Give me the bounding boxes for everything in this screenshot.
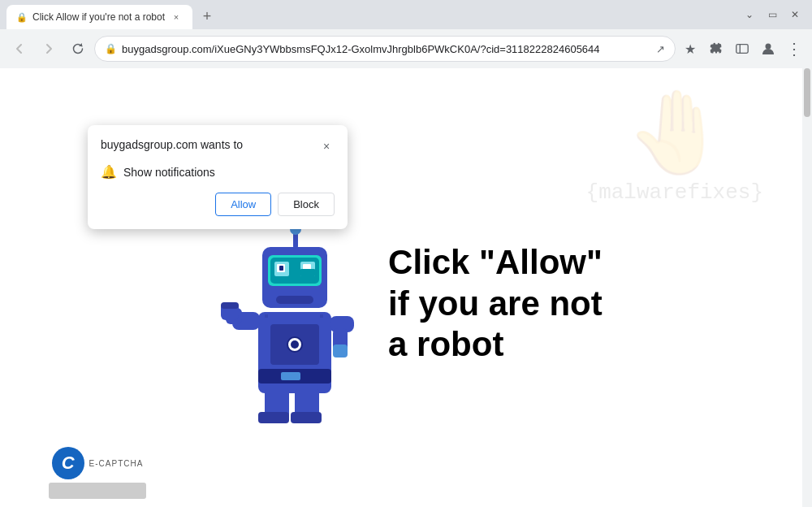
tab-favicon-icon: 🔒 bbox=[16, 12, 28, 23]
dialog-item: 🔔 Show notifications bbox=[101, 164, 335, 180]
reload-button[interactable] bbox=[65, 36, 91, 62]
ecaptcha-label: E-CAPTCHA bbox=[89, 459, 144, 468]
dialog-close-button[interactable]: × bbox=[318, 138, 335, 154]
svg-rect-11 bbox=[258, 412, 289, 423]
back-button[interactable] bbox=[6, 36, 32, 62]
browser-frame: 🔒 Click Allow if you're not a robot × + … bbox=[0, 0, 812, 507]
ecaptcha-widget: C E-CAPTCHA bbox=[49, 447, 146, 499]
svg-rect-6 bbox=[281, 372, 300, 380]
title-bar: 🔒 Click Allow if you're not a robot × + … bbox=[0, 0, 812, 29]
share-icon: ↗ bbox=[656, 43, 665, 55]
malwarefixes-text: {malwarefixes} bbox=[586, 180, 763, 205]
click-allow-line2: if you are not bbox=[388, 284, 603, 324]
hand-icon: ✋ bbox=[624, 84, 725, 180]
svg-rect-21 bbox=[300, 269, 315, 276]
bell-icon: 🔔 bbox=[101, 164, 117, 180]
svg-point-8 bbox=[291, 340, 299, 349]
sidebar-button[interactable] bbox=[731, 37, 754, 60]
click-allow-line3: a robot bbox=[388, 324, 603, 365]
svg-rect-33 bbox=[320, 314, 323, 318]
address-text: buygadsgroup.com/iXueGNy3YWbbsmsFQJx12-G… bbox=[122, 43, 651, 55]
maximize-button[interactable]: ▭ bbox=[762, 4, 783, 25]
permission-dialog: buygadsgroup.com wants to × 🔔 Show notif… bbox=[88, 125, 348, 229]
profile-button[interactable] bbox=[757, 37, 780, 60]
svg-point-2 bbox=[766, 44, 771, 50]
minimize-button[interactable]: ⌄ bbox=[739, 4, 760, 25]
ecaptcha-logo: C bbox=[52, 447, 84, 479]
tab-title: Click Allow if you're not a robot bbox=[32, 11, 165, 23]
svg-rect-18 bbox=[279, 266, 283, 271]
svg-rect-22 bbox=[276, 296, 313, 304]
click-allow-line1: Click "Allow" bbox=[388, 242, 603, 283]
extensions-button[interactable] bbox=[705, 37, 728, 60]
watermark: ✋ {malwarefixes} bbox=[586, 84, 763, 205]
navigation-bar: 🔒 buygadsgroup.com/iXueGNy3YWbbsmsFQJx12… bbox=[0, 29, 812, 68]
dialog-buttons: Allow Block bbox=[101, 193, 335, 216]
dialog-header: buygadsgroup.com wants to × bbox=[101, 138, 335, 154]
click-allow-text: Click "Allow" if you are not a robot bbox=[388, 242, 603, 365]
bookmark-button[interactable]: ★ bbox=[679, 37, 702, 60]
svg-rect-32 bbox=[265, 314, 268, 318]
close-window-button[interactable]: ✕ bbox=[784, 4, 806, 25]
dialog-item-text: Show notifications bbox=[123, 166, 215, 179]
scrollbar-thumb[interactable] bbox=[804, 68, 810, 117]
forward-button[interactable] bbox=[36, 36, 62, 62]
svg-rect-31 bbox=[333, 344, 348, 358]
allow-button[interactable]: Allow bbox=[215, 193, 271, 216]
window-controls: ⌄ ▭ ✕ bbox=[739, 0, 806, 29]
new-tab-button[interactable]: + bbox=[196, 5, 218, 28]
menu-button[interactable]: ⋮ bbox=[783, 37, 806, 60]
svg-rect-0 bbox=[736, 45, 748, 54]
svg-rect-28 bbox=[221, 302, 239, 309]
tab-close-button[interactable]: × bbox=[170, 11, 183, 24]
lock-icon: 🔒 bbox=[105, 43, 117, 54]
svg-rect-12 bbox=[291, 412, 322, 423]
browser-tab[interactable]: 🔒 Click Allow if you're not a robot × bbox=[6, 5, 192, 29]
address-bar[interactable]: 🔒 buygadsgroup.com/iXueGNy3YWbbsmsFQJx12… bbox=[94, 36, 676, 62]
webpage: ✋ {malwarefixes} bbox=[0, 68, 812, 507]
dialog-title: buygadsgroup.com wants to bbox=[101, 138, 243, 151]
scrollbar[interactable] bbox=[802, 68, 812, 507]
block-button[interactable]: Block bbox=[278, 193, 335, 216]
ecaptcha-bar bbox=[49, 483, 146, 499]
